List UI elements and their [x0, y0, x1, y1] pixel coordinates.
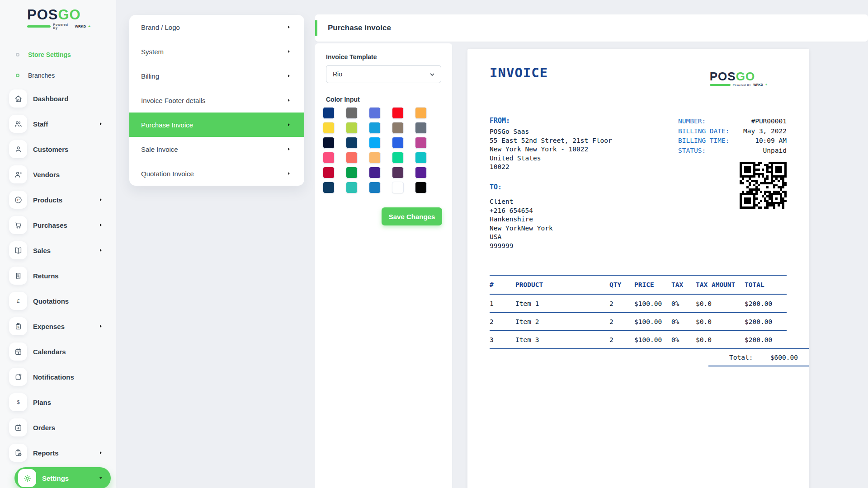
color-swatch[interactable]: [323, 152, 335, 164]
table-header-cell: #: [490, 281, 515, 288]
chevron-right-icon: [286, 24, 292, 30]
color-swatch[interactable]: [415, 122, 427, 134]
sidebar-item-label: Purchases: [33, 221, 67, 229]
sidebar-item-label: Customers: [33, 145, 68, 153]
color-swatch[interactable]: [346, 182, 358, 193]
color-swatch[interactable]: [369, 152, 381, 164]
table-cell: $100.00: [634, 336, 671, 343]
invoice-logo: POSGO Powered By WRKD +: [710, 70, 767, 86]
icon-tile: [9, 89, 27, 108]
sidebar-item-quotations[interactable]: Quotations: [9, 292, 116, 310]
color-swatch[interactable]: [323, 182, 335, 193]
settings-menu-item-label: Sale Invoice: [141, 145, 178, 153]
color-swatch[interactable]: [392, 107, 404, 119]
settings-menu-item-quotation-invoice[interactable]: Quotation Invoice: [129, 161, 304, 186]
sidebar-item-orders[interactable]: Orders: [9, 418, 116, 436]
chevron-right-icon: [286, 49, 292, 54]
color-swatch[interactable]: [346, 167, 358, 178]
sidebar-item-expenses[interactable]: Expenses: [9, 317, 116, 335]
invoice-template-value: Rio: [333, 70, 342, 78]
sidebar-subitem-branches[interactable]: Branches: [9, 69, 116, 82]
sidebar-item-staff[interactable]: Staff: [9, 115, 116, 133]
color-swatch[interactable]: [369, 167, 381, 178]
sidebar-subitem-store-settings[interactable]: Store Settings: [9, 48, 116, 61]
settings-menu-item-brand-logo[interactable]: Brand / Logo: [129, 15, 304, 39]
color-swatch[interactable]: [369, 137, 381, 149]
color-swatch[interactable]: [369, 122, 381, 134]
save-changes-button[interactable]: Save Changes: [382, 207, 442, 225]
color-swatch[interactable]: [415, 167, 427, 178]
color-swatch[interactable]: [392, 122, 404, 134]
table-cell: 2: [609, 300, 634, 307]
invoice-meta-row: BILLING TIME: 10:09 AM: [678, 136, 787, 146]
invoice-to-block: TO: Client+216 654654HankenshireNew York…: [490, 183, 553, 250]
table-cell: $100.00: [634, 318, 671, 325]
sidebar-item-settings[interactable]: Settings: [14, 467, 111, 488]
color-swatch[interactable]: [369, 182, 381, 193]
settings-menu-item-billing[interactable]: Billing: [129, 64, 304, 88]
sidebar-item-plans[interactable]: Plans: [9, 393, 116, 411]
sidebar-item-reports[interactable]: Reports: [9, 444, 116, 462]
sidebar-item-vendors[interactable]: Vendors: [9, 165, 116, 183]
from-label: FROM:: [490, 117, 612, 125]
color-swatch[interactable]: [346, 122, 358, 134]
sidebar-subnav: Store Settings Branches: [9, 48, 116, 82]
settings-menu-item-sale-invoice[interactable]: Sale Invoice: [129, 137, 304, 161]
color-swatch[interactable]: [346, 137, 358, 149]
color-swatch[interactable]: [323, 137, 335, 149]
sidebar-item-returns[interactable]: Returns: [9, 267, 116, 285]
settings-menu-item-label: System: [141, 48, 164, 56]
invoice-meta-row: NUMBER: #PUR00001: [678, 117, 787, 127]
app-logo: POSGO Powered By WRKD +: [27, 7, 90, 29]
logo-underline: [710, 84, 731, 86]
color-swatch[interactable]: [323, 122, 335, 134]
color-swatch[interactable]: [346, 152, 358, 164]
color-swatch[interactable]: [415, 107, 427, 119]
color-swatch[interactable]: [346, 107, 358, 119]
table-cell: $0.0: [696, 336, 745, 343]
invoice-table: # PRODUCT QTY PRICE TAX TAX AMOUNT TOTAL…: [490, 275, 787, 366]
chevron-right-icon: [286, 146, 292, 152]
table-cell: Item 1: [515, 300, 609, 307]
sidebar-item-customers[interactable]: Customers: [9, 140, 116, 158]
products-icon: [14, 196, 23, 204]
invoice-from-line: 55 East 52nd Street, 21st Floor: [490, 136, 612, 145]
sidebar-item-calendars[interactable]: Calendars: [9, 343, 116, 361]
sidebar-item-label: Vendors: [33, 171, 60, 178]
table-cell: $0.0: [696, 318, 745, 325]
color-swatch[interactable]: [415, 137, 427, 149]
chevron-down-icon: [98, 475, 104, 481]
invoice-from-line: New York New York - 10022: [490, 145, 612, 154]
color-swatch[interactable]: [415, 182, 427, 193]
color-swatch[interactable]: [392, 137, 404, 149]
color-swatch[interactable]: [392, 152, 404, 164]
color-swatch[interactable]: [415, 152, 427, 164]
invoice-template-select[interactable]: Rio: [326, 65, 441, 83]
color-swatch[interactable]: [369, 107, 381, 119]
table-body: 1 Item 1 2 $100.00 0% $0.0 $200.00 2 Ite…: [490, 295, 787, 349]
sidebar-item-sales[interactable]: Sales: [9, 241, 116, 259]
settings-menu-item-invoice-footer-details[interactable]: Invoice Footer details: [129, 88, 304, 113]
sidebar-item-dashboard[interactable]: Dashboard: [9, 89, 116, 108]
settings-menu-item-purchase-invoice[interactable]: Purchase Invoice: [129, 113, 304, 137]
icon-tile: [9, 292, 27, 310]
icon-tile: [9, 343, 27, 361]
bullet-icon: [16, 74, 19, 77]
sidebar-subitem-label: Branches: [28, 72, 55, 79]
sidebar: POSGO Powered By WRKD + Store Settings: [0, 0, 116, 488]
sidebar-item-products[interactable]: Products: [9, 191, 116, 209]
invoice-meta-row: BILLING DATE: May 3, 2022: [678, 127, 787, 136]
table-cell: Item 2: [515, 318, 609, 325]
icon-tile: [9, 216, 27, 234]
sidebar-item-purchases[interactable]: Purchases: [9, 216, 116, 234]
sidebar-item-notifications[interactable]: Notifications: [9, 368, 116, 386]
settings-menu-item-system[interactable]: System: [129, 39, 304, 64]
sidebar-item-label: Returns: [33, 272, 59, 280]
color-swatch[interactable]: [323, 107, 335, 119]
sidebar-item-label: Calendars: [33, 348, 66, 356]
color-swatch[interactable]: [392, 182, 404, 193]
icon-tile: [9, 317, 27, 335]
calendar-icon: [14, 347, 23, 356]
color-swatch[interactable]: [392, 167, 404, 178]
color-swatch[interactable]: [323, 167, 335, 178]
